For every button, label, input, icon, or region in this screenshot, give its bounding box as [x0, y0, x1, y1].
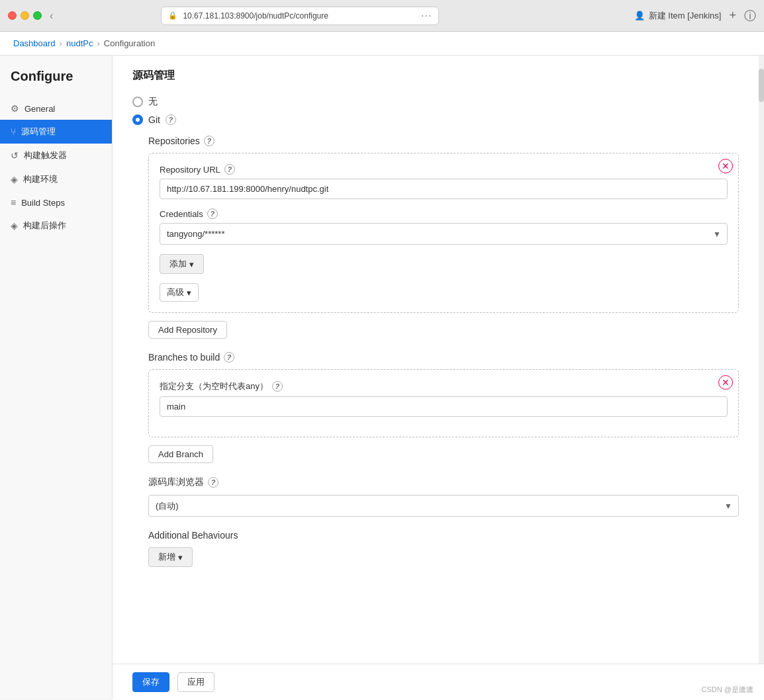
radio-option-none[interactable]: 无 [132, 96, 739, 108]
back-button[interactable]: ‹ [50, 10, 53, 22]
repository-url-input[interactable] [160, 179, 728, 199]
advanced-row: 高级 ▾ [160, 283, 728, 302]
credentials-field: Credentials ? tangyong/****** ▼ [160, 208, 728, 245]
git-help-icon[interactable]: ? [166, 114, 176, 125]
footer-bar: 保存 应用 [113, 664, 764, 699]
titlebar: ‹ 🔒 10.67.181.103:8900/job/nudtPc/config… [0, 0, 764, 32]
advanced-chevron-icon: ▾ [187, 288, 191, 298]
sidebar-item-post-build-label: 构建后操作 [23, 220, 66, 232]
branches-help-icon[interactable]: ? [224, 352, 234, 363]
repositories-label: Repositories ? [148, 136, 739, 146]
additional-behaviours-text: Additional Behaviours [148, 530, 238, 541]
url-text: 10.67.181.103:8900/job/nudtPc/configure [183, 11, 416, 21]
repository-url-help-icon[interactable]: ? [224, 164, 235, 175]
sidebar-item-source-code[interactable]: ⑂ 源码管理 [0, 120, 112, 144]
scrollbar-track[interactable] [759, 56, 764, 699]
breadcrumb: Dashboard › nudtPc › Configuration [0, 32, 764, 56]
add-credentials-button[interactable]: 添加 ▾ [160, 254, 204, 274]
repo-browser-field: 源码库浏览器 ? (自动) ▼ [148, 476, 739, 517]
repo-browser-label: 源码库浏览器 ? [148, 476, 739, 488]
repo-browser-help-icon[interactable]: ? [208, 477, 218, 488]
user-info: 👤 新建 Item [Jenkins] [634, 10, 722, 22]
branch-spec-field: 指定分支（为空时代表any） ? [160, 380, 728, 417]
titlebar-right: + ⓘ [721, 8, 756, 24]
radio-option-git[interactable]: Git ? [132, 114, 739, 125]
branches-to-build-text: Branches to build [148, 352, 220, 363]
add-button-label: 添加 [169, 258, 187, 270]
scrollbar-thumb[interactable] [759, 69, 764, 102]
minimize-button[interactable] [21, 11, 29, 20]
url-more-icon[interactable]: ··· [421, 10, 432, 22]
sidebar-item-general-label: General [24, 104, 55, 114]
additional-behaviours-label: Additional Behaviours [148, 530, 739, 541]
add-new-behaviour-button[interactable]: 新增 ▾ [148, 547, 193, 567]
sidebar-item-environment[interactable]: ◈ 构建环境 [0, 167, 112, 191]
radio-none-circle[interactable] [132, 97, 143, 107]
add-branch-row: Add Branch [148, 445, 739, 463]
add-credentials-row: 添加 ▾ [160, 254, 728, 274]
credentials-select[interactable]: tangyong/****** [160, 223, 728, 245]
add-branch-button[interactable]: Add Branch [148, 445, 213, 463]
close-button[interactable] [8, 11, 17, 20]
branch-spec-label: 指定分支（为空时代表any） ? [160, 380, 728, 392]
sidebar-item-post-build[interactable]: ◈ 构建后操作 [0, 214, 112, 238]
lock-icon: 🔒 [168, 11, 177, 20]
app-body: Configure ⚙ General ⑂ 源码管理 ↺ 构建触发器 ◈ 构建环… [0, 56, 764, 699]
repository-url-label: Repository URL ? [160, 164, 728, 175]
apply-button[interactable]: 应用 [177, 672, 215, 692]
add-repository-row: Add Repository [148, 321, 739, 339]
branch-box: ✕ 指定分支（为空时代表any） ? [148, 369, 739, 437]
user-icon: 👤 [634, 11, 645, 21]
post-build-icon: ◈ [11, 220, 18, 231]
save-button[interactable]: 保存 [132, 672, 169, 692]
branch-spec-input[interactable] [160, 396, 728, 417]
build-steps-icon: ≡ [11, 197, 16, 208]
add-branch-label: Add Branch [158, 449, 203, 459]
credentials-label-text: Credentials [160, 209, 203, 219]
branches-to-build-label: Branches to build ? [148, 352, 739, 363]
url-bar[interactable]: 🔒 10.67.181.103:8900/job/nudtPc/configur… [161, 7, 439, 25]
repositories-help-icon[interactable]: ? [204, 136, 215, 146]
gear-icon: ⚙ [11, 103, 19, 114]
breadcrumb-nudtpc[interactable]: nudtPc [66, 38, 93, 48]
branch-icon: ⑂ [11, 126, 16, 137]
radio-git-circle[interactable] [132, 114, 143, 125]
sidebar-item-build-steps-label: Build Steps [21, 198, 65, 208]
add-repository-button[interactable]: Add Repository [148, 321, 227, 339]
repo-browser-select-wrapper: (自动) ▼ [148, 495, 739, 517]
advanced-button[interactable]: 高级 ▾ [160, 283, 199, 302]
radio-git-label: Git [148, 114, 160, 125]
remove-branch-button[interactable]: ✕ [718, 375, 733, 390]
branch-spec-help-icon[interactable]: ? [272, 381, 283, 392]
sidebar-item-general[interactable]: ⚙ General [0, 97, 112, 120]
add-dropdown-arrow: ▾ [189, 259, 194, 269]
credit-text: CSDN @是庸庸 [702, 685, 753, 695]
add-repository-label: Add Repository [158, 325, 217, 335]
sidebar-item-triggers[interactable]: ↺ 构建触发器 [0, 144, 112, 167]
repo-browser-select[interactable]: (自动) [148, 495, 739, 517]
new-tab-button[interactable]: + [729, 9, 736, 22]
additional-behaviours-section: Additional Behaviours 新增 ▾ [148, 530, 739, 567]
advanced-button-label: 高级 [167, 286, 184, 298]
repository-url-label-text: Repository URL [160, 165, 220, 175]
sidebar-item-source-label: 源码管理 [21, 126, 56, 138]
credentials-select-wrapper: tangyong/****** ▼ [160, 223, 728, 245]
maximize-button[interactable] [33, 11, 42, 20]
sidebar-item-triggers-label: 构建触发器 [24, 150, 67, 161]
sidebar-item-build-steps[interactable]: ≡ Build Steps [0, 191, 112, 214]
remove-repository-button[interactable]: ✕ [718, 159, 733, 173]
credit-label: CSDN @是庸庸 [702, 685, 753, 693]
breadcrumb-sep-1: › [60, 38, 62, 48]
credentials-help-icon[interactable]: ? [207, 208, 218, 219]
info-button[interactable]: ⓘ [744, 8, 756, 24]
breadcrumb-dashboard[interactable]: Dashboard [13, 38, 56, 48]
section-title: 源码管理 [132, 69, 739, 83]
sidebar: Configure ⚙ General ⑂ 源码管理 ↺ 构建触发器 ◈ 构建环… [0, 56, 113, 699]
sidebar-item-environment-label: 构建环境 [23, 173, 58, 185]
main-content: 源码管理 无 Git ? Repositories ? ✕ [113, 56, 759, 699]
add-new-arrow-icon: ▾ [178, 552, 183, 562]
user-label: 新建 Item [Jenkins] [649, 10, 722, 22]
repository-url-field: Repository URL ? [160, 164, 728, 199]
apply-button-label: 应用 [187, 676, 205, 688]
git-config-section: Repositories ? ✕ Repository URL ? C [148, 136, 739, 567]
